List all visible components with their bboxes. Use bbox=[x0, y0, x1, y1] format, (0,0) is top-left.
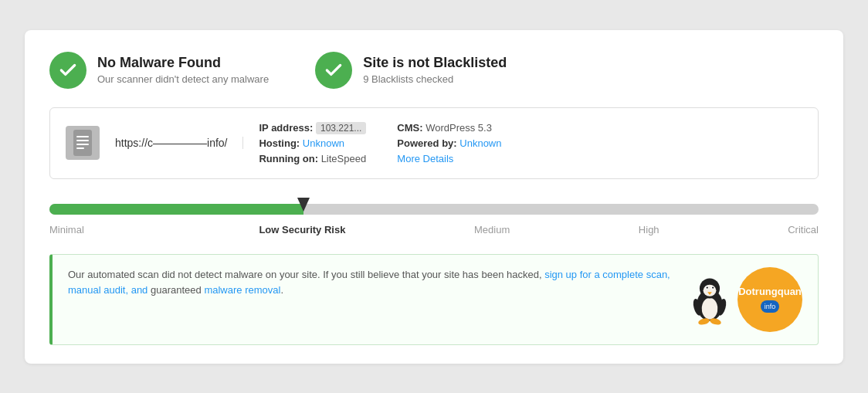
info-link-2[interactable]: malware removal bbox=[204, 284, 280, 296]
svg-point-11 bbox=[707, 286, 708, 288]
svg-rect-4 bbox=[76, 147, 84, 149]
site-url: https://c—————info/ bbox=[115, 137, 243, 149]
detail-col-left: IP address: 103.221... Hosting: Unknown … bbox=[259, 122, 366, 164]
svg-point-12 bbox=[712, 286, 714, 288]
blacklist-subtitle: 9 Blacklists checked bbox=[363, 73, 507, 85]
cms-label: CMS: bbox=[397, 122, 422, 134]
status-row: No Malware Found Our scanner didn't dete… bbox=[49, 52, 819, 89]
malware-status-text: No Malware Found Our scanner didn't dete… bbox=[97, 55, 269, 85]
risk-label-high: High bbox=[639, 224, 659, 235]
running-value: LiteSpeed bbox=[321, 153, 367, 164]
blacklist-status-text: Site is not Blacklisted 9 Blacklists che… bbox=[363, 55, 507, 85]
info-text-end: . bbox=[280, 284, 283, 296]
watermark: Dotrungquan info bbox=[687, 267, 802, 332]
info-text-guaranteed: guaranteed bbox=[151, 284, 202, 296]
risk-label-low: Low Security Risk bbox=[259, 224, 345, 235]
tux-penguin-icon bbox=[687, 273, 733, 327]
hosting-label: Hosting: bbox=[259, 137, 300, 149]
svg-rect-2 bbox=[76, 140, 89, 141]
malware-status: No Malware Found Our scanner didn't dete… bbox=[49, 52, 269, 89]
running-row: Running on: LiteSpeed bbox=[259, 153, 366, 164]
main-card: No Malware Found Our scanner didn't dete… bbox=[25, 30, 843, 364]
ip-row: IP address: 103.221... bbox=[259, 122, 366, 134]
hosting-row: Hosting: Unknown bbox=[259, 137, 366, 149]
info-box: Our automated scan did not detect malwar… bbox=[49, 254, 819, 345]
risk-marker bbox=[297, 198, 310, 212]
hosting-value: Unknown bbox=[303, 137, 344, 149]
detail-col-right: CMS: WordPress 5.3 Powered by: Unknown M… bbox=[397, 122, 501, 164]
malware-subtitle: Our scanner didn't detect any malware bbox=[97, 73, 269, 85]
powered-value: Unknown bbox=[459, 137, 501, 149]
risk-label-row: Minimal Low Security Risk Medium High Cr… bbox=[49, 224, 819, 235]
checkmark-icon bbox=[58, 60, 78, 80]
info-box-text: Our automated scan did not detect malwar… bbox=[68, 267, 674, 300]
ip-label: IP address: bbox=[259, 122, 313, 134]
site-details: IP address: 103.221... Hosting: Unknown … bbox=[259, 122, 802, 164]
powered-label: Powered by: bbox=[397, 137, 456, 149]
risk-bar-fill bbox=[49, 204, 303, 215]
more-details-row[interactable]: More Details bbox=[397, 153, 501, 164]
site-info-card: https://c—————info/ IP address: 103.221.… bbox=[49, 107, 819, 179]
site-document-icon bbox=[66, 126, 100, 160]
svg-point-6 bbox=[702, 297, 718, 319]
risk-label-medium: Medium bbox=[474, 224, 510, 235]
ip-value: 103.221... bbox=[316, 122, 366, 134]
blacklist-title: Site is not Blacklisted bbox=[363, 55, 507, 71]
brand-suffix: info bbox=[761, 300, 780, 313]
info-text-before: Our automated scan did not detect malwar… bbox=[68, 269, 542, 280]
risk-label-critical: Critical bbox=[788, 224, 819, 235]
brand-circle: Dotrungquan info bbox=[737, 267, 802, 332]
svg-rect-0 bbox=[73, 130, 92, 156]
risk-label-minimal: Minimal bbox=[49, 224, 84, 235]
brand-name: Dotrungquan bbox=[738, 286, 802, 299]
malware-check-circle bbox=[49, 52, 86, 89]
powered-row: Powered by: Unknown bbox=[397, 137, 501, 149]
svg-rect-1 bbox=[76, 136, 89, 137]
malware-title: No Malware Found bbox=[97, 55, 269, 71]
cms-value: WordPress 5.3 bbox=[426, 122, 492, 134]
more-details-link[interactable]: More Details bbox=[397, 153, 453, 164]
risk-section: Minimal Low Security Risk Medium High Cr… bbox=[49, 201, 819, 235]
cms-row: CMS: WordPress 5.3 bbox=[397, 122, 501, 134]
document-icon bbox=[72, 130, 93, 156]
blacklist-check-circle bbox=[315, 52, 352, 89]
blacklist-status: Site is not Blacklisted 9 Blacklists che… bbox=[315, 52, 507, 89]
checkmark-icon-2 bbox=[324, 60, 344, 80]
svg-rect-3 bbox=[76, 144, 89, 145]
running-label: Running on: bbox=[259, 153, 318, 164]
brand-logo: Dotrungquan info bbox=[737, 267, 802, 332]
risk-bar-container bbox=[49, 201, 819, 218]
